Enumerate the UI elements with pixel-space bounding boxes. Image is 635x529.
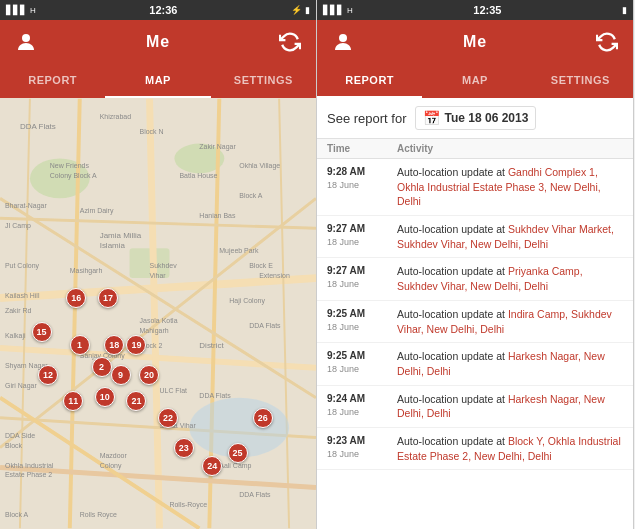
date-value: 18 June (327, 278, 397, 291)
map-marker[interactable]: 11 (63, 391, 83, 411)
map-marker[interactable]: 9 (111, 365, 131, 385)
date-value: 18 June (327, 321, 397, 334)
location-link[interactable]: Block Y, Okhla Industrial Estate Phase 2… (397, 435, 621, 462)
date-value: 18 June (327, 406, 397, 419)
map-markers: 151617181219209101112212223242526 (0, 98, 316, 529)
time-value: 9:23 AM (327, 434, 397, 448)
map-marker[interactable]: 1 (70, 335, 90, 355)
right-tab-report[interactable]: REPORT (317, 64, 422, 98)
usb-icon: ⚡ (291, 5, 302, 15)
signal-h-icon: H (30, 6, 36, 15)
map-marker[interactable]: 24 (202, 456, 222, 476)
report-column-headers: Time Activity (317, 139, 633, 159)
date-value: 18 June (327, 179, 397, 192)
left-clock: 12:36 (149, 4, 177, 16)
map-marker[interactable]: 12 (38, 365, 58, 385)
map-marker[interactable]: 20 (139, 365, 159, 385)
left-tab-settings[interactable]: SETTINGS (211, 64, 316, 98)
item-time: 9:27 AM18 June (327, 222, 397, 249)
location-link[interactable]: Harkesh Nagar, New Delhi, Delhi (397, 393, 605, 420)
item-activity: Auto-location update at Harkesh Nagar, N… (397, 392, 623, 421)
left-refresh-icon[interactable] (276, 28, 304, 56)
time-value: 9:27 AM (327, 222, 397, 236)
right-status-left: ▋▋▋ H (323, 5, 353, 15)
right-tabs: REPORT MAP SETTINGS (317, 64, 633, 98)
map-marker[interactable]: 26 (253, 408, 273, 428)
right-battery-icon: ▮ (622, 5, 627, 15)
location-link[interactable]: Gandhi Complex 1, Okhla Industrial Estat… (397, 166, 601, 207)
right-header: Me (317, 20, 633, 64)
item-time: 9:23 AM18 June (327, 434, 397, 461)
left-tabs: REPORT MAP SETTINGS (0, 64, 316, 98)
left-tab-map[interactable]: MAP (105, 64, 210, 98)
time-value: 9:25 AM (327, 349, 397, 363)
map-marker[interactable]: 25 (228, 443, 248, 463)
item-time: 9:25 AM18 June (327, 349, 397, 376)
left-header-title: Me (146, 33, 170, 51)
time-value: 9:28 AM (327, 165, 397, 179)
location-link[interactable]: Sukhdev Vihar Market, Sukhdev Vihar, New… (397, 223, 614, 250)
report-panel: See report for 📅 Tue 18 06 2013 Time Act… (317, 98, 633, 529)
location-link[interactable]: Indira Camp, Sukhdev Vihar, New Delhi, D… (397, 308, 612, 335)
report-list[interactable]: 9:28 AM18 JuneAuto-location update at Ga… (317, 159, 633, 529)
map-area[interactable]: DDA Flats Khizrabad New Friends Colony B… (0, 98, 316, 529)
right-tab-settings[interactable]: SETTINGS (528, 64, 633, 98)
report-item: 9:27 AM18 JuneAuto-location update at Pr… (317, 258, 633, 300)
date-value: 18 June (327, 236, 397, 249)
map-marker[interactable]: 17 (98, 288, 118, 308)
right-panel: ▋▋▋ H 12:35 ▮ Me REPORT MAP SETTINGS (317, 0, 634, 529)
report-item: 9:23 AM18 JuneAuto-location update at Bl… (317, 428, 633, 470)
item-time: 9:24 AM18 June (327, 392, 397, 419)
right-refresh-icon[interactable] (593, 28, 621, 56)
map-marker[interactable]: 22 (158, 408, 178, 428)
report-item: 9:27 AM18 JuneAuto-location update at Su… (317, 216, 633, 258)
item-activity: Auto-location update at Harkesh Nagar, N… (397, 349, 623, 378)
date-value: 18 June (327, 363, 397, 376)
date-picker[interactable]: 📅 Tue 18 06 2013 (415, 106, 537, 130)
map-marker[interactable]: 21 (126, 391, 146, 411)
item-activity: Auto-location update at Block Y, Okhla I… (397, 434, 623, 463)
report-date: Tue 18 06 2013 (445, 111, 529, 125)
map-marker[interactable]: 16 (66, 288, 86, 308)
left-status-right: ⚡ ▮ (291, 5, 310, 15)
right-profile-icon[interactable] (329, 28, 357, 56)
item-time: 9:27 AM18 June (327, 264, 397, 291)
map-marker[interactable]: 18 (104, 335, 124, 355)
right-clock: 12:35 (473, 4, 501, 16)
right-signal-icon: ▋▋▋ (323, 5, 344, 15)
report-item: 9:24 AM18 JuneAuto-location update at Ha… (317, 386, 633, 428)
map-marker[interactable]: 23 (174, 438, 194, 458)
svg-point-67 (339, 34, 347, 42)
map-marker[interactable]: 19 (126, 335, 146, 355)
time-value: 9:24 AM (327, 392, 397, 406)
right-status-right: ▮ (622, 5, 627, 15)
time-value: 9:27 AM (327, 264, 397, 278)
battery-icon: ▮ (305, 5, 310, 15)
location-link[interactable]: Priyanka Camp, Sukhdev Vihar, New Delhi,… (397, 265, 583, 292)
report-header: See report for 📅 Tue 18 06 2013 (317, 98, 633, 139)
calendar-icon: 📅 (423, 110, 440, 126)
svg-point-0 (22, 34, 30, 42)
item-time: 9:28 AM18 June (327, 165, 397, 192)
item-activity: Auto-location update at Indira Camp, Suk… (397, 307, 623, 336)
time-value: 9:25 AM (327, 307, 397, 321)
right-header-title: Me (463, 33, 487, 51)
map-marker[interactable]: 10 (95, 387, 115, 407)
left-panel: ▋▋▋ H 12:36 ⚡ ▮ Me REPORT MAP SETTINGS (0, 0, 317, 529)
left-header: Me (0, 20, 316, 64)
location-link[interactable]: Harkesh Nagar, New Delhi, Delhi (397, 350, 605, 377)
report-item: 9:25 AM18 JuneAuto-location update at Ha… (317, 343, 633, 385)
right-status-bar: ▋▋▋ H 12:35 ▮ (317, 0, 633, 20)
col-header-activity: Activity (397, 143, 623, 154)
map-marker[interactable]: 15 (32, 322, 52, 342)
left-status-bar: ▋▋▋ H 12:36 ⚡ ▮ (0, 0, 316, 20)
item-activity: Auto-location update at Sukhdev Vihar Ma… (397, 222, 623, 251)
right-tab-map[interactable]: MAP (422, 64, 527, 98)
left-tab-report[interactable]: REPORT (0, 64, 105, 98)
col-header-time: Time (327, 143, 397, 154)
see-report-label: See report for (327, 111, 407, 126)
signal-icon: ▋▋▋ (6, 5, 27, 15)
left-profile-icon[interactable] (12, 28, 40, 56)
map-marker[interactable]: 2 (92, 357, 112, 377)
item-time: 9:25 AM18 June (327, 307, 397, 334)
